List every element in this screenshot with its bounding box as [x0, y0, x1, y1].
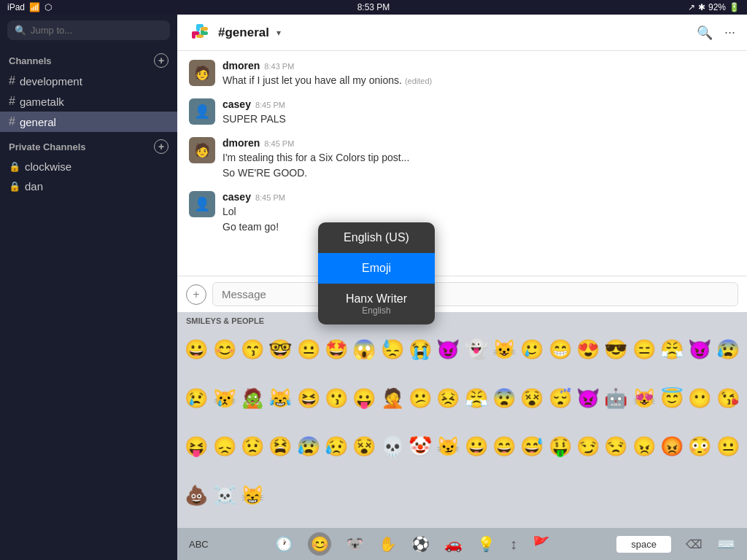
- delete-key[interactable]: ⌫: [680, 534, 708, 554]
- svg-rect-5: [192, 31, 199, 35]
- emoji-cell[interactable]: 😍: [575, 332, 601, 366]
- add-channel-button[interactable]: +: [154, 53, 169, 68]
- battery-level: 92%: [708, 2, 726, 12]
- travel-icon[interactable]: 🚗: [444, 535, 462, 553]
- emoji-cell[interactable]: 😣: [435, 381, 461, 415]
- emoji-cell[interactable]: 🥲: [519, 332, 545, 366]
- emoji-cell[interactable]: 😹: [267, 381, 293, 415]
- hand-icon[interactable]: ✋: [379, 535, 397, 553]
- emoji-cell[interactable]: 😑: [631, 332, 657, 366]
- emoji-cell[interactable]: 😱: [351, 332, 377, 366]
- animal-icon[interactable]: 🐨: [346, 535, 364, 553]
- switcher-hanx-writer[interactable]: Hanx Writer English: [318, 284, 435, 324]
- emoji-tab-icon[interactable]: 😊: [308, 532, 331, 556]
- emoji-category-label: SMILEYS & PEOPLE: [177, 312, 747, 330]
- sidebar-item-clockwise[interactable]: 🔒 clockwise: [0, 157, 177, 176]
- emoji-cell[interactable]: 😙: [239, 332, 266, 366]
- emoji-cell[interactable]: 😝: [183, 429, 209, 463]
- emoji-cell[interactable]: 😘: [715, 381, 741, 415]
- message-input[interactable]: [212, 282, 738, 306]
- keyboard-toggle[interactable]: ⌨️: [717, 535, 735, 553]
- emoji-cell[interactable]: 😆: [295, 381, 321, 415]
- emoji-cell[interactable]: 😴: [547, 381, 573, 415]
- search-bar[interactable]: 🔍: [7, 20, 170, 40]
- emoji-cell[interactable]: 😸: [239, 478, 266, 512]
- emoji-cell[interactable]: ☠️: [211, 478, 237, 512]
- emoji-cell[interactable]: 😡: [659, 429, 685, 463]
- emoji-cell[interactable]: 😏: [575, 429, 601, 463]
- channel-dropdown-arrow[interactable]: ▾: [276, 28, 281, 38]
- emoji-cell[interactable]: 🤡: [407, 429, 433, 463]
- emoji-cell[interactable]: 💀: [379, 429, 405, 463]
- emoji-cell[interactable]: 😈: [435, 332, 461, 366]
- emoji-cell[interactable]: 😭: [407, 332, 433, 366]
- emoji-cell[interactable]: 😫: [267, 429, 293, 463]
- message-content: casey 8:45 PM LolGo team go!: [222, 191, 735, 235]
- emoji-cell[interactable]: 🤑: [547, 429, 573, 463]
- wifi-icon: 📶: [29, 2, 40, 12]
- emoji-cell[interactable]: 😢: [183, 381, 209, 415]
- emoji-cell[interactable]: 😳: [686, 429, 713, 463]
- emoji-cell[interactable]: 😐: [715, 429, 741, 463]
- search-button[interactable]: 🔍: [697, 25, 713, 41]
- emoji-cell[interactable]: 😰: [295, 429, 321, 463]
- emoji-cell[interactable]: 😓: [379, 332, 405, 366]
- sidebar-item-gametalk[interactable]: # gametalk: [0, 91, 177, 112]
- emoji-cell[interactable]: 🤩: [323, 332, 349, 366]
- emoji-cell[interactable]: 💩: [183, 478, 209, 512]
- space-button[interactable]: space: [616, 536, 671, 553]
- emoji-cell[interactable]: 😤: [462, 381, 489, 415]
- symbols-icon[interactable]: ↕️: [510, 536, 517, 553]
- emoji-cell[interactable]: 🤓: [267, 332, 293, 366]
- emoji-cell[interactable]: 🧟: [239, 381, 266, 415]
- emoji-cell[interactable]: 😵: [519, 381, 545, 415]
- message-m1: 🧑 dmoren 8:43 PM What if I just let you …: [189, 60, 735, 88]
- emoji-cell[interactable]: 😻: [631, 381, 657, 415]
- emoji-cell[interactable]: 😛: [351, 381, 377, 415]
- more-options-button[interactable]: ···: [724, 25, 735, 40]
- emoji-cell[interactable]: 😀: [462, 429, 489, 463]
- emoji-cell[interactable]: 😐: [295, 332, 321, 366]
- switcher-emoji[interactable]: Emoji: [318, 253, 435, 284]
- emoji-cell[interactable]: 😨: [491, 381, 517, 415]
- flags-icon[interactable]: 🚩: [532, 535, 550, 553]
- emoji-cell[interactable]: 😟: [239, 429, 266, 463]
- sports-icon[interactable]: ⚽: [411, 535, 430, 553]
- emoji-cell[interactable]: 🤦: [379, 381, 405, 415]
- emoji-cell[interactable]: 😰: [715, 332, 741, 366]
- add-private-channel-button[interactable]: +: [154, 139, 169, 154]
- recent-icon[interactable]: 🕐: [275, 535, 293, 553]
- emoji-cell[interactable]: 😗: [323, 381, 349, 415]
- emoji-cell[interactable]: 😵: [351, 429, 377, 463]
- status-left: iPad 📶 ⬡: [7, 2, 52, 12]
- message-add-button[interactable]: +: [186, 284, 206, 305]
- emoji-cell[interactable]: 😤: [659, 332, 685, 366]
- emoji-cell[interactable]: 😀: [183, 332, 209, 366]
- emoji-cell[interactable]: 😼: [435, 429, 461, 463]
- emoji-cell[interactable]: 😶: [686, 381, 713, 415]
- switcher-english-us[interactable]: English (US): [318, 222, 435, 253]
- emoji-cell[interactable]: 😕: [407, 381, 433, 415]
- emoji-cell[interactable]: 😒: [603, 429, 629, 463]
- abc-button[interactable]: ABC: [189, 539, 209, 550]
- sidebar-item-general[interactable]: # general: [0, 112, 177, 132]
- emoji-cell[interactable]: 👻: [462, 332, 489, 366]
- search-input[interactable]: [31, 25, 163, 36]
- emoji-cell[interactable]: 😠: [631, 429, 657, 463]
- emoji-cell[interactable]: 😿: [211, 381, 237, 415]
- sidebar-item-dan[interactable]: 🔒 dan: [0, 176, 177, 196]
- emoji-cell[interactable]: 😄: [491, 429, 517, 463]
- emoji-cell[interactable]: 😈: [686, 332, 713, 366]
- emoji-cell[interactable]: 😎: [603, 332, 629, 366]
- objects-icon[interactable]: 💡: [477, 535, 495, 553]
- emoji-cell[interactable]: 🤖: [603, 381, 629, 415]
- emoji-cell[interactable]: 😺: [491, 332, 517, 366]
- emoji-cell[interactable]: 😥: [323, 429, 349, 463]
- emoji-cell[interactable]: 👿: [575, 381, 601, 415]
- emoji-cell[interactable]: 😇: [659, 381, 685, 415]
- emoji-cell[interactable]: 😁: [547, 332, 573, 366]
- emoji-cell[interactable]: 😞: [211, 429, 237, 463]
- emoji-cell[interactable]: 😊: [211, 332, 237, 366]
- sidebar-item-development[interactable]: # development: [0, 71, 177, 91]
- emoji-cell[interactable]: 😅: [519, 429, 545, 463]
